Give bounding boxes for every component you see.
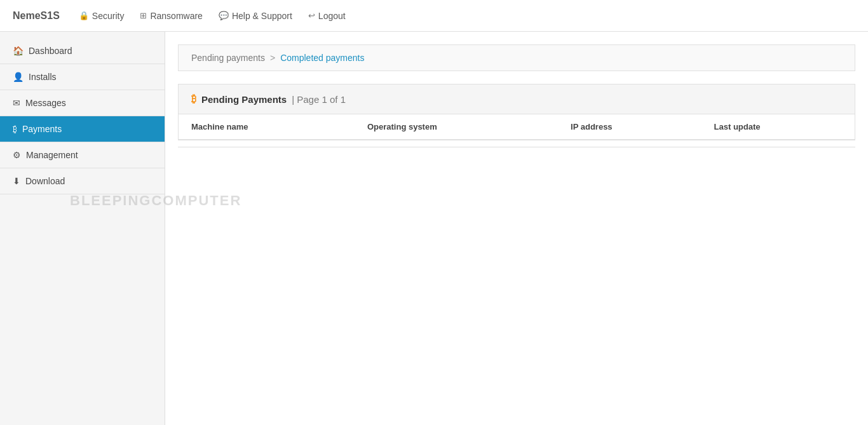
table-container: ₿ Pending Payments | Page 1 of 1 Machine… xyxy=(178,84,855,140)
breadcrumb: Pending payments > Completed payments xyxy=(178,44,855,71)
table-header: ₿ Pending Payments | Page 1 of 1 xyxy=(179,84,855,114)
home-icon: 🏠 xyxy=(13,46,24,56)
sidebar-item-messages[interactable]: ✉ Messages xyxy=(0,90,165,116)
gear-icon: ⚙ xyxy=(13,150,21,160)
sidebar-item-installs[interactable]: 👤 Installs xyxy=(0,64,165,90)
col-ip-address: IP address xyxy=(558,114,702,140)
nav-security[interactable]: 🔒 Security xyxy=(79,11,125,21)
lock-icon: 🔒 xyxy=(79,11,89,20)
nav-logout[interactable]: ↩ Logout xyxy=(308,11,346,21)
nav-links: 🔒 Security ⊞ Ransomware 💬 Help & Support… xyxy=(79,11,346,21)
nav-ransomware[interactable]: ⊞ Ransomware xyxy=(140,11,202,21)
sidebar-label-management: Management xyxy=(26,150,78,160)
sidebar: 🏠 Dashboard 👤 Installs ✉ Messages ₿ Paym… xyxy=(0,32,165,425)
envelope-icon: ✉ xyxy=(13,98,20,108)
table-header-row: Machine name Operating system IP address… xyxy=(179,114,855,140)
brand-logo[interactable]: NemeS1S xyxy=(13,10,60,22)
breadcrumb-separator: > xyxy=(270,53,275,63)
main-content: Pending payments > Completed payments ₿ … xyxy=(165,32,868,425)
breadcrumb-parent[interactable]: Pending payments xyxy=(191,53,265,63)
bitcoin-header-icon: ₿ xyxy=(191,93,196,105)
col-last-update: Last update xyxy=(702,114,855,140)
logout-icon: ↩ xyxy=(308,11,315,20)
download-icon: ⬇ xyxy=(13,176,20,186)
sidebar-label-dashboard: Dashboard xyxy=(29,46,72,56)
sidebar-item-dashboard[interactable]: 🏠 Dashboard xyxy=(0,38,165,64)
col-operating-system: Operating system xyxy=(355,114,558,140)
grid-icon: ⊞ xyxy=(140,11,147,20)
top-nav: NemeS1S 🔒 Security ⊞ Ransomware 💬 Help &… xyxy=(0,0,868,32)
bitcoin-sidebar-icon: ₿ xyxy=(13,124,17,134)
sidebar-label-download: Download xyxy=(25,176,65,186)
col-machine-name: Machine name xyxy=(179,114,355,140)
table-subtitle: | Page 1 of 1 xyxy=(292,94,346,105)
breadcrumb-current: Completed payments xyxy=(280,53,364,63)
chat-icon: 💬 xyxy=(219,11,229,20)
main-layout: 🏠 Dashboard 👤 Installs ✉ Messages ₿ Paym… xyxy=(0,32,868,425)
user-icon: 👤 xyxy=(13,72,24,82)
sidebar-item-management[interactable]: ⚙ Management xyxy=(0,142,165,168)
payments-table: Machine name Operating system IP address… xyxy=(179,114,855,140)
nav-help-support[interactable]: 💬 Help & Support xyxy=(219,11,292,21)
sidebar-label-messages: Messages xyxy=(25,98,66,108)
sidebar-item-payments[interactable]: ₿ Payments xyxy=(0,116,165,142)
sidebar-label-payments: Payments xyxy=(22,124,62,134)
footer-line xyxy=(178,147,855,147)
sidebar-item-download[interactable]: ⬇ Download xyxy=(0,168,165,194)
table-title: Pending Payments xyxy=(201,94,287,105)
sidebar-label-installs: Installs xyxy=(29,72,57,82)
